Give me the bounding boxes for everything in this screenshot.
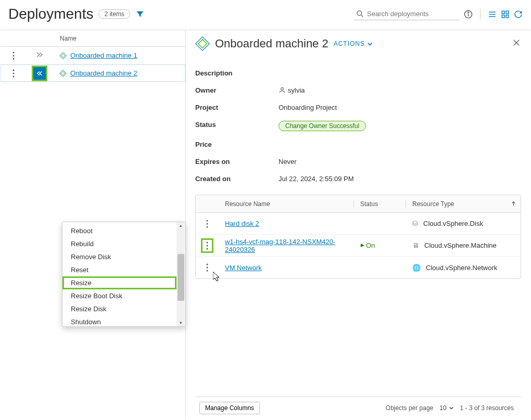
sort-arrow-icon	[511, 201, 516, 207]
scrollbar[interactable]: ▴ ▾	[176, 222, 185, 326]
deployment-link[interactable]: Onboarded machine 2	[70, 69, 137, 77]
page-header: Deployments 2 items	[1, 1, 530, 30]
menu-item-reboot[interactable]: Reboot	[62, 224, 176, 237]
svg-rect-21	[61, 71, 65, 75]
value-expires: Never	[279, 158, 521, 166]
value-price	[279, 141, 521, 148]
objects-per-page-label: Objects per page	[386, 404, 433, 412]
deployment-row-selected[interactable]: Onboarded machine 2	[1, 65, 185, 82]
svg-point-14	[12, 58, 14, 59]
svg-rect-11	[506, 15, 509, 17]
svg-rect-16	[61, 54, 65, 58]
svg-rect-9	[506, 11, 509, 14]
svg-point-32	[207, 245, 208, 246]
svg-rect-15	[59, 52, 66, 59]
svg-point-29	[207, 223, 208, 224]
refresh-icon[interactable]	[514, 10, 523, 19]
menu-item-resize-disk[interactable]: Resize Disk	[62, 302, 176, 315]
properties: Description Ownersylvia ProjectOnboardin…	[195, 65, 521, 187]
svg-point-33	[207, 248, 208, 249]
svg-line-1	[361, 15, 363, 17]
resource-table: Resource Name Status Resource Type Hard …	[195, 195, 521, 279]
scroll-thumb[interactable]	[178, 254, 184, 301]
resource-link[interactable]: w1-hs4-vcf-mag-118-142-NSXM420-24020326	[225, 238, 335, 253]
svg-point-12	[12, 52, 14, 53]
row-actions-icon[interactable]	[12, 52, 15, 60]
expand-icon[interactable]	[35, 52, 44, 59]
svg-marker-34	[361, 244, 364, 247]
actions-label: ACTIONS	[334, 40, 365, 47]
col-name-header: Name	[53, 35, 185, 42]
search-field[interactable]	[354, 8, 460, 20]
collapse-icon[interactable]	[33, 67, 46, 80]
close-icon[interactable]	[512, 38, 521, 49]
menu-item-rebuild[interactable]: Rebuild	[62, 237, 176, 250]
menu-item-shutdown[interactable]: Shutdown	[62, 315, 176, 326]
resource-type: Cloud.vSphere.Machine	[424, 241, 497, 249]
svg-point-17	[12, 69, 14, 71]
actions-dropdown[interactable]: ACTIONS	[334, 40, 373, 47]
detail-title: Onboarded machine 2	[215, 37, 328, 50]
row-actions-icon[interactable]	[12, 69, 15, 78]
server-icon: 🖥	[412, 241, 419, 249]
resource-link[interactable]: VM Network	[225, 264, 262, 272]
svg-point-26	[281, 87, 284, 90]
svg-point-28	[207, 220, 208, 221]
pagination-range: 1 - 3 of 3 resources	[460, 404, 514, 412]
resource-actions-icon[interactable]	[206, 220, 208, 228]
label-project: Project	[195, 104, 279, 111]
page-title: Deployments	[8, 6, 93, 22]
menu-item-resize[interactable]: Resize	[62, 276, 176, 289]
grid-view-icon[interactable]	[501, 10, 510, 19]
resource-row[interactable]: VM Network 🌐Cloud.vSphere.Network	[196, 257, 521, 278]
svg-point-19	[12, 75, 14, 77]
svg-rect-23	[198, 40, 207, 48]
deployment-row[interactable]: Onboarded machine 1	[1, 47, 185, 65]
svg-point-36	[207, 267, 208, 269]
menu-item-resize-boot-disk[interactable]: Resize Boot Disk	[62, 289, 176, 302]
deployment-icon	[59, 69, 67, 78]
svg-point-31	[207, 241, 208, 243]
status-badge: Change Owner Successful	[279, 121, 366, 131]
col-status[interactable]: Status	[354, 200, 406, 208]
resource-actions-icon[interactable]	[206, 263, 208, 272]
resource-row[interactable]: w1-hs4-vcf-mag-118-142-NSXM420-24020326 …	[196, 235, 521, 257]
label-description: Description	[195, 69, 279, 77]
resource-table-header: Resource Name Status Resource Type	[196, 195, 521, 213]
svg-point-35	[207, 264, 208, 265]
scroll-up-icon[interactable]: ▴	[180, 223, 182, 228]
label-price: Price	[195, 141, 279, 148]
menu-item-remove-disk[interactable]: Remove Disk	[62, 250, 176, 263]
search-input[interactable]	[364, 9, 458, 19]
status-on: On	[360, 241, 406, 249]
resource-type: Cloud.vSphere.Network	[426, 264, 497, 272]
svg-point-4	[468, 12, 469, 12]
resource-actions-icon-highlighted[interactable]	[202, 239, 212, 252]
list-view-icon[interactable]	[488, 10, 497, 19]
context-menu: Reboot Rebuild Remove Disk Reset Resize …	[62, 222, 186, 327]
svg-point-30	[207, 226, 208, 227]
label-expires: Expires on	[195, 158, 279, 166]
resource-link[interactable]: Hard disk 2	[225, 220, 259, 227]
svg-point-0	[357, 11, 362, 16]
scroll-down-icon[interactable]: ▾	[180, 321, 182, 325]
deployment-link[interactable]: Onboarded machine 1	[70, 52, 137, 59]
menu-item-reset[interactable]: Reset	[62, 263, 176, 276]
detail-pane: Onboarded machine 2 ACTIONS Description …	[186, 30, 530, 418]
col-resource-name[interactable]: Resource Name	[219, 200, 354, 208]
col-resource-type[interactable]: Resource Type	[406, 200, 521, 208]
resource-row[interactable]: Hard disk 2 ⛁Cloud.vSphere.Disk	[196, 213, 521, 235]
label-created: Created on	[195, 175, 279, 183]
value-owner: sylvia	[279, 86, 521, 94]
value-created: Jul 22, 2024, 2:55:09 PM	[279, 175, 521, 183]
info-icon[interactable]	[464, 10, 473, 19]
disk-icon: ⛁	[412, 220, 418, 227]
svg-rect-8	[502, 11, 504, 14]
value-project: Onboarding Project	[279, 104, 521, 111]
per-page-selector[interactable]: 10	[439, 404, 453, 412]
manage-columns-button[interactable]: Manage Columns	[199, 402, 260, 414]
network-icon: 🌐	[412, 264, 421, 272]
filter-icon[interactable]	[135, 9, 145, 19]
svg-rect-10	[502, 15, 504, 17]
resource-type: Cloud.vSphere.Disk	[423, 220, 483, 227]
